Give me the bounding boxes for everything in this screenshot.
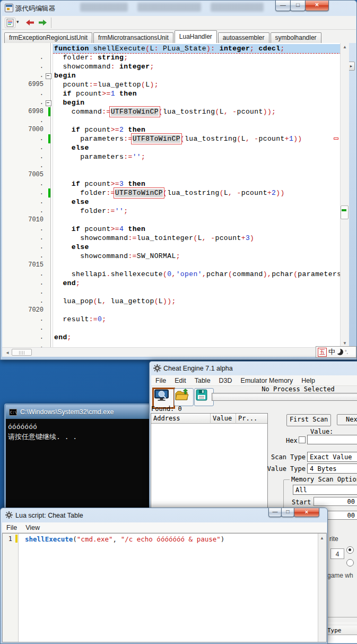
code-line[interactable]: . folder: string; [2,53,349,62]
tab-frmmicrotransactionsunit[interactable]: frmMicrotransactionsUnit [93,32,173,43]
first-scan-button[interactable]: First Scan [286,414,331,426]
save-table-button[interactable] [194,388,214,406]
tab-autoassembler[interactable]: autoassembler [218,32,269,43]
scan-region-dropdown[interactable]: All [293,485,357,495]
code-line[interactable]: . showcommand:=lua_tointeger(L, -pcount+… [2,234,349,243]
code-line[interactable]: . folder:=UTF8ToWinCP(lua_tostring(L, -p… [2,188,349,198]
code-line[interactable]: . [2,324,349,333]
code-line[interactable]: . parameters:=UTF8ToWinCP(lua_tostring(L… [2,134,349,143]
ce-menu-help[interactable]: Help [297,377,319,384]
minimize-button[interactable]: — [268,508,282,517]
lua-code-editor[interactable]: 1 shellExecute("cmd.exe", "/c echo óóóóó… [2,533,327,642]
code-line[interactable]: 7015 [2,261,349,270]
fold-marker-icon[interactable] [46,100,51,106]
code-line[interactable]: . result:=0; [2,315,349,324]
fold-marker-icon[interactable] [46,73,51,79]
code-line[interactable]: . parameters:=''; [2,152,349,161]
code-line[interactable]: . showcommand: integer; [2,62,349,71]
pause-game-checkbox-label[interactable]: game wh [327,572,353,579]
code-line[interactable]: . shellapi.shellexecute(0,'open',pchar(c… [2,270,349,279]
editor-titlebar[interactable]: 源代码编辑器 — □ × [1,1,356,15]
lua-menu-view[interactable]: View [21,524,44,531]
found-address-list[interactable]: AddressValuePr... [151,413,268,508]
close-button[interactable]: × [305,1,329,11]
code-line[interactable]: . folder:=''; [2,207,349,216]
code-line[interactable]: . [2,161,349,170]
alignment-radio[interactable] [346,546,354,554]
scroll-down-icon[interactable]: ▼ [341,341,349,346]
tab-luahandler[interactable]: LuaHandler [175,30,217,43]
code-line[interactable]: . else [2,243,349,252]
last-digits-radio[interactable] [346,559,354,566]
value-type-dropdown[interactable]: 4 Bytes [307,463,357,474]
chevron-down-icon[interactable]: ▾ [16,19,19,24]
ime-wubi-indicator[interactable]: 五 [318,348,327,357]
ce-menu-table[interactable]: Table [190,377,215,384]
code-line[interactable]: .end; [2,333,349,342]
code-line[interactable]: . showcommand:=SW_NORMAL; [2,252,349,261]
lua-code-line[interactable]: shellExecute("cmd.exe", "/c echo óóóóóóó… [25,535,224,544]
hex-label: Hex [286,437,298,444]
ime-language-indicator[interactable]: 中 [328,347,335,357]
code-editor[interactable]: function shellExecute(L: PLua_State): in… [2,43,349,347]
code-line[interactable]: . if pcount>=1 then [2,89,349,98]
close-button[interactable]: × [294,508,319,517]
writable-checkbox-label[interactable]: rite [329,535,338,543]
code-line[interactable]: . if pcount>=3 then [2,179,349,188]
lua-menu-file[interactable]: File [2,524,21,531]
scroll-up-icon[interactable]: ▲ [318,536,326,540]
code-line[interactable]: 7020 [2,306,349,315]
column-header-value[interactable]: Value [211,414,236,424]
scroll-up-icon[interactable]: ▲ [341,45,349,49]
vertical-scrollbar[interactable]: ▲ [318,534,326,642]
back-arrow-button[interactable] [25,19,35,26]
hex-checkbox[interactable] [299,436,306,443]
column-header-pr[interactable]: Pr... [236,414,267,424]
code-line[interactable]: 7000 if pcount>=2 then [2,125,349,134]
code-line[interactable]: 7010 [2,216,349,225]
unit-list-icon[interactable] [5,18,15,28]
code-line[interactable]: . [2,342,349,347]
ce-titlebar[interactable]: Cheat Engine 7.1 alpha [150,362,357,375]
tab-frmexceptionregionlistunit[interactable]: frmExceptionRegionListUnit [4,32,92,43]
open-file-button[interactable] [174,388,194,406]
maximize-button[interactable]: □ [281,508,294,517]
maximize-button[interactable]: □ [290,1,306,11]
ime-halfwidth-moon-icon[interactable] [337,349,343,355]
scan-value-input[interactable] [307,435,357,444]
scan-type-dropdown[interactable]: Exact Value [307,452,357,462]
lua-titlebar[interactable]: Lua script: Cheat Table — □ × [1,508,327,522]
code-line[interactable]: 6995 pcount:=lua_gettop(L); [2,80,349,89]
code-line[interactable]: . if pcount>=4 then [2,225,349,234]
code-line[interactable]: 6998 command:=UTF8ToWinCP(lua_tostring(L… [2,107,349,116]
scroll-left-icon[interactable]: ◄ [3,350,12,355]
start-address-field[interactable]: 00 [314,497,357,506]
vertical-scrollbar[interactable]: ▲ ▼ [340,43,349,347]
ce-menu-edit[interactable]: Edit [170,377,190,384]
type-column-header[interactable]: Type [327,627,342,634]
column-header-address[interactable]: Address [151,414,211,424]
next-scan-button[interactable]: Nex [337,414,357,425]
minimize-button[interactable]: — [275,1,291,11]
horizontal-scrollbar-thumb[interactable] [12,349,32,356]
tab-symbolhandler[interactable]: symbolhandler [271,32,321,43]
horizontal-scrollbar[interactable]: ◄ [2,347,316,357]
code-line[interactable]: . lua_pop(L, lua_gettop(L)); [2,297,349,306]
ime-punctuation-indicator[interactable]: °, [345,349,348,355]
vertical-scrollbar-thumb[interactable] [341,205,349,219]
code-line[interactable]: function shellExecute(L: PLua_State): in… [2,44,349,53]
code-line[interactable]: . begin [2,98,349,107]
ce-menu-d3d[interactable]: D3D [215,377,237,384]
code-line[interactable]: . end; [2,279,349,288]
cmd-icon: C:\ [9,409,17,416]
alignment-value-field[interactable]: 4 [330,548,344,559]
code-line[interactable]: . [2,116,349,125]
ce-menu-file[interactable]: File [151,377,170,384]
code-line[interactable]: 7005 [2,170,349,179]
code-line[interactable]: . else [2,143,349,152]
ce-menu-emulator-memory[interactable]: Emulator Memory [237,377,298,384]
code-line[interactable]: . [2,288,349,297]
code-line[interactable]: . else [2,198,349,207]
forward-arrow-button[interactable] [38,19,48,26]
code-line[interactable]: .begin [2,71,349,80]
